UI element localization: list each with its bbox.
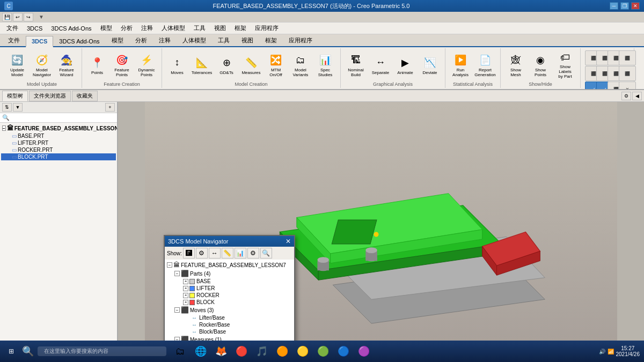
nav-tree-block-move[interactable]: ↔ Block/Base (166, 328, 293, 335)
taskbar-search-bar[interactable]: 在这里输入你要搜索的内容 (38, 346, 166, 356)
nav-tool-filter[interactable]: 🔍 (260, 248, 272, 258)
nav-expand-block[interactable]: + (183, 300, 188, 305)
menu-tools[interactable]: 工具 (189, 23, 210, 33)
tree-item-base[interactable]: ▭ BASE.PRT (1, 132, 116, 139)
dynamic-points-button[interactable]: ⚡ DynamicPoints (135, 49, 158, 80)
nav-expand-parts[interactable]: − (174, 271, 180, 276)
nav-tree-block[interactable]: + BLOCK (166, 299, 293, 306)
tab-annotation[interactable]: 注释 (153, 34, 177, 46)
menu-view[interactable]: 视图 (210, 23, 230, 33)
menu-analysis[interactable]: 分析 (116, 23, 137, 33)
tool-btn-4[interactable]: ⬛ (619, 50, 636, 65)
menu-file[interactable]: 文件 (2, 23, 23, 33)
nav-tool-parts[interactable]: 🅿 (183, 248, 195, 258)
model-variants-button[interactable]: 🗂 ModelVariants (289, 49, 312, 80)
nominal-build-button[interactable]: 🏗 NominalBuild (344, 49, 368, 80)
tree-item-block[interactable]: ▭ BLOCK.PRT (1, 153, 116, 160)
panel-collapse-btn[interactable]: ◀ (632, 92, 642, 100)
nav-tree-rocker[interactable]: + ROCKER (166, 292, 293, 299)
nav-tool-analysis[interactable]: 📊 (235, 248, 246, 258)
tab-3dcs-addons[interactable]: 3DCS Add-Ons (53, 36, 105, 46)
run-analysis-button[interactable]: ▶️ RunAnalysis (449, 49, 472, 80)
tab-tools[interactable]: 工具 (212, 34, 236, 46)
search-input[interactable] (10, 115, 115, 121)
menu-frame[interactable]: 框架 (230, 23, 251, 33)
start-button[interactable]: ⊞ (4, 345, 18, 357)
nav-tool-settings[interactable]: ⚙ (247, 248, 259, 258)
separate-button[interactable]: ↔ Separate (369, 49, 392, 80)
tab-human[interactable]: 人体模型 (177, 34, 212, 46)
model-navigator-button[interactable]: 🧭 ModelNavigator (30, 49, 54, 80)
show-mesh-button[interactable]: 🕸 ShowMesh (504, 49, 528, 80)
qa-undo-btn[interactable]: ↩ (13, 13, 23, 21)
points-button[interactable]: 📍 Points (85, 49, 109, 80)
minimize-button[interactable]: ─ (610, 2, 618, 10)
qa-save-btn[interactable]: 💾 (2, 13, 12, 21)
restore-button[interactable]: ❐ (620, 2, 629, 10)
taskbar-app-3[interactable]: 🦊 (211, 343, 231, 360)
panel-sort-btn[interactable]: ⇅ (2, 103, 12, 112)
nav-tree-lifter-move[interactable]: ↔ Lifter/Base (166, 314, 293, 321)
taskbar-app-7[interactable]: 🟡 (293, 343, 312, 360)
nav-tree-base[interactable]: + BASE (166, 278, 293, 285)
nav-tool-moves[interactable]: ↔ (209, 248, 221, 258)
menu-3dcs[interactable]: 3DCS (23, 24, 47, 33)
update-model-button[interactable]: 🔄 UpdateModel (5, 49, 29, 80)
sec-tab-model-tree[interactable]: 模型树 (2, 91, 28, 101)
nav-tree-root[interactable]: − 🏛 FEATURE_BASED_ASSEMBLY_LESSON7 (166, 261, 293, 269)
tolerances-button[interactable]: 📐 Tolerances (190, 49, 214, 80)
nav-tool-measures[interactable]: 📏 (222, 248, 233, 258)
gdts-button[interactable]: ⊕ GD&Ts (215, 49, 238, 80)
taskbar-search[interactable]: 🔍 (18, 343, 38, 360)
panel-search[interactable]: 🔍 (0, 113, 117, 123)
moves-button[interactable]: ↕️ Moves (165, 49, 189, 80)
panel-filter-btn[interactable]: ▼ (13, 103, 23, 112)
taskbar-app-6[interactable]: 🟠 (273, 343, 292, 360)
tree-item-root[interactable]: − 🏛 FEATURE_BASED_ASSEMBLY_LESSON7.ASM (1, 124, 116, 132)
feature-wizard-button[interactable]: 🧙 FeatureWizard (55, 49, 78, 80)
tab-analysis[interactable]: 分析 (129, 34, 153, 46)
nav-tree-lifter[interactable]: + LIFTER (166, 285, 293, 292)
viewport[interactable]: ⊞ 🔍 🔎 ✋ ↻ │ F T R 3D │ ◼ ◻ (118, 102, 644, 352)
tab-frame[interactable]: 框架 (259, 34, 283, 46)
taskbar-app-9[interactable]: 🔵 (334, 343, 353, 360)
spec-studies-button[interactable]: 📊 SpecStudies (313, 49, 337, 80)
tree-item-lifter[interactable]: ▭ LIFTER.PRT (1, 139, 116, 146)
animate-button[interactable]: ▶ Animate (393, 49, 417, 80)
taskbar-app-8[interactable]: 🟢 (313, 343, 333, 360)
sec-tab-favorites[interactable]: 收藏夹 (72, 91, 98, 101)
window-controls[interactable]: ─ ❐ ✕ (610, 2, 640, 10)
nav-tree-parts[interactable]: − ⬛ Parts (4) (166, 269, 293, 278)
nav-close-button[interactable]: ✕ (286, 238, 291, 245)
tab-view[interactable]: 视图 (236, 34, 259, 46)
deviate-button[interactable]: 📉 Deviate (418, 49, 442, 80)
qa-redo-btn[interactable]: ↪ (24, 13, 33, 21)
tab-model[interactable]: 模型 (106, 34, 129, 46)
nav-expand-root[interactable]: − (167, 262, 172, 268)
close-button[interactable]: ✕ (631, 2, 640, 10)
panel-add-btn[interactable]: + (105, 103, 115, 112)
mtm-button[interactable]: 🔀 MTMOn/Off (264, 49, 288, 80)
nav-expand-rocker[interactable]: + (183, 293, 188, 298)
show-labels-button[interactable]: 🏷 Show Labelsby Part (553, 49, 577, 80)
nav-expand-lifter[interactable]: + (183, 286, 188, 291)
nav-tool-features[interactable]: ⚙ (196, 248, 208, 258)
tab-file[interactable]: 文件 (2, 34, 26, 46)
taskbar-app-5[interactable]: 🎵 (252, 343, 272, 360)
menu-model[interactable]: 模型 (96, 23, 116, 33)
tool-btn-8[interactable]: ⬛ (619, 66, 636, 81)
show-points-button[interactable]: ◉ ShowPoints (529, 49, 552, 80)
tab-3dcs[interactable]: 3DCS (26, 36, 53, 47)
menu-3dcs-addons[interactable]: 3DCS Add-Ons (47, 24, 96, 33)
menu-human-model[interactable]: 人体模型 (157, 23, 189, 33)
tree-item-rocker[interactable]: ▭ ROCKER.PRT (1, 146, 116, 153)
taskbar-app-4[interactable]: 🔴 (232, 343, 251, 360)
nav-expand-moves[interactable]: − (174, 307, 180, 313)
expand-root[interactable]: − (2, 125, 6, 131)
taskbar-app-10[interactable]: 🟣 (354, 343, 374, 360)
tool-btn-12[interactable]: X (619, 82, 636, 90)
nav-tree-moves[interactable]: − ⬛ Moves (3) (166, 306, 293, 314)
taskbar-app-2[interactable]: 🌐 (191, 343, 210, 360)
panel-settings-btn[interactable]: ⚙ (621, 92, 631, 100)
menu-annotation[interactable]: 注释 (137, 23, 157, 33)
